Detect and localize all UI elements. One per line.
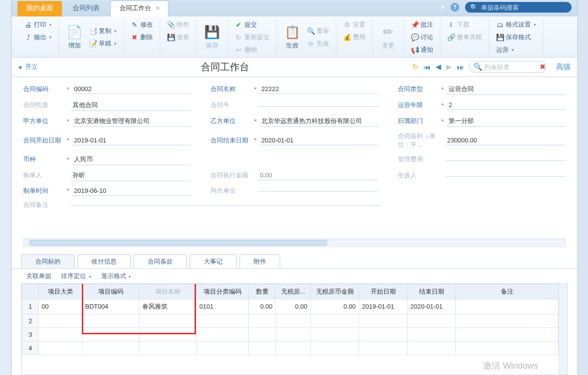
first-icon[interactable]: ⏮ bbox=[423, 63, 431, 71]
cell-class-code[interactable]: 0101 bbox=[196, 299, 249, 314]
grid-tool-row: 关联单据 排序定位 ▾ 显示格式 ▾ bbox=[12, 268, 577, 283]
sort-button[interactable]: 排序定位 ▾ bbox=[61, 272, 91, 281]
last-icon[interactable]: ⏭ bbox=[457, 63, 464, 71]
ribbon-toolbar: 🖨打印▾ ⤴输出▾ 📄增加 📑复制▾ 📝草稿▾ ✎修改 ✖删除 📎附件 💾放弃 … bbox=[12, 16, 577, 58]
advanced-link[interactable]: 高级 bbox=[556, 62, 571, 72]
party-b-value[interactable]: 北京华远意通热力科技股份有限公司 bbox=[259, 116, 378, 127]
discard-button: 💾放弃 bbox=[165, 32, 191, 43]
contract-no-label: 合同号 bbox=[211, 101, 251, 109]
tab-events[interactable]: 大事记 bbox=[190, 254, 237, 268]
save-button: 💾保存 bbox=[201, 23, 223, 52]
ops-button[interactable]: 运营▾ bbox=[494, 45, 538, 55]
paperclip-icon: 📎 bbox=[167, 21, 175, 29]
remark-label: 合同备注 bbox=[23, 201, 64, 209]
cell-qty[interactable]: 0.00 bbox=[249, 299, 276, 314]
contract-type-value[interactable]: 运营合同 bbox=[447, 84, 566, 95]
delete-icon: ✖ bbox=[131, 33, 138, 41]
creator-label: 制单人 bbox=[23, 171, 64, 180]
left-sidebar-stub bbox=[0, 0, 12, 375]
party-a-value[interactable]: 北京安港物业管理有限公司 bbox=[72, 116, 191, 127]
save-icon: 💾 bbox=[204, 25, 220, 40]
barcode-search[interactable]: 🔍 bbox=[465, 2, 572, 13]
delete-button[interactable]: ✖删除 bbox=[129, 32, 155, 43]
grid-v-scrollbar[interactable] bbox=[558, 284, 567, 375]
col-category[interactable]: 项目大类 bbox=[39, 284, 82, 299]
tab-desktop[interactable]: 我的桌面 bbox=[17, 1, 62, 16]
grid-row[interactable]: 3 bbox=[22, 328, 558, 341]
create-time-label: 制单时间 bbox=[23, 187, 64, 195]
contract-code-value[interactable]: 00002 bbox=[72, 84, 191, 94]
remark-value[interactable] bbox=[71, 203, 380, 206]
submit-button[interactable]: ✔提交 bbox=[233, 19, 271, 30]
col-project-code[interactable]: 项目编码 bbox=[82, 284, 139, 299]
tab-label: 合同工作台 bbox=[120, 4, 151, 12]
tab-contract-list[interactable]: 合同列表 bbox=[64, 1, 108, 16]
add-button[interactable]: 📄增加 bbox=[64, 23, 85, 52]
end-date-label: 合同结束日期 bbox=[211, 136, 251, 145]
tab-close-icon[interactable]: × bbox=[156, 4, 160, 12]
mgmt-fee-value[interactable] bbox=[445, 158, 566, 161]
cell-notax-amt[interactable]: 0.00 bbox=[311, 299, 359, 314]
area-value[interactable]: 230000.00 bbox=[445, 136, 566, 145]
grid-row[interactable]: 4 bbox=[22, 341, 558, 355]
saveformat-button[interactable]: 💾保存格式 bbox=[494, 32, 538, 43]
col-start-date[interactable]: 开始日期 bbox=[359, 284, 407, 299]
refresh-icon[interactable]: ↻ bbox=[412, 62, 419, 71]
notify-button[interactable]: 📢通知 bbox=[409, 45, 435, 55]
list-search-input[interactable] bbox=[484, 63, 538, 71]
dropdown-caret-icon[interactable]: ▾ bbox=[441, 4, 445, 11]
grid-row[interactable]: 1 00 BDT004 春风雅筑 0101 0.00 0.00 0.00 201… bbox=[22, 299, 558, 314]
grid-row[interactable]: 2 bbox=[22, 314, 558, 328]
tab-contract-subject[interactable]: 合同标的 bbox=[21, 254, 75, 268]
cell-project-name[interactable]: 春风雅筑 bbox=[139, 299, 196, 314]
end-date-value[interactable]: 2020-01-01 bbox=[259, 136, 378, 145]
col-project-name[interactable]: 项目名称 bbox=[139, 284, 196, 299]
cell-category[interactable]: 00 bbox=[39, 299, 82, 314]
cell-start-date[interactable]: 2019-01-01 bbox=[359, 299, 407, 314]
barcode-search-input[interactable] bbox=[481, 4, 558, 11]
col-end-date[interactable]: 结束日期 bbox=[407, 284, 456, 299]
cell-end-date[interactable]: 2020-01-01 bbox=[407, 299, 456, 314]
col-remark[interactable]: 备注 bbox=[456, 284, 558, 299]
export-button[interactable]: ⤴输出▾ bbox=[22, 32, 54, 43]
col-notax[interactable]: 无税原... bbox=[276, 284, 311, 299]
tab-contract-terms[interactable]: 合同条款 bbox=[134, 254, 187, 268]
format-button[interactable]: 🗂格式设置▾ bbox=[494, 19, 538, 30]
tab-contract-workbench[interactable]: 合同工作台 × bbox=[110, 0, 168, 16]
cell-notax[interactable]: 0.00 bbox=[276, 299, 311, 314]
discard-icon: 💾 bbox=[167, 33, 175, 41]
draft-button[interactable]: 📝草稿▾ bbox=[87, 38, 119, 49]
copy-button[interactable]: 📑复制▾ bbox=[87, 26, 119, 36]
discuss-button[interactable]: 💬讨论 bbox=[409, 32, 435, 43]
col-class-code[interactable]: 项目分类编码 bbox=[196, 284, 249, 299]
col-qty[interactable]: 数量 bbox=[249, 284, 276, 299]
printer-icon: 🖨 bbox=[24, 21, 32, 29]
contract-nature-value[interactable]: 其他合同 bbox=[71, 100, 191, 111]
next-icon[interactable]: ▶ bbox=[446, 62, 452, 71]
contract-no-value[interactable] bbox=[258, 104, 378, 107]
edit-button[interactable]: ✎修改 bbox=[129, 19, 155, 30]
op-years-value[interactable]: 2 bbox=[447, 100, 566, 110]
help-icon[interactable]: ? bbox=[451, 3, 459, 12]
cell-remark[interactable] bbox=[456, 299, 558, 314]
change-button: ✏变更 bbox=[377, 23, 399, 52]
effect-button[interactable]: 📋生效 bbox=[282, 23, 303, 52]
tab-payment-info[interactable]: 收付信息 bbox=[77, 254, 131, 268]
cell-project-code[interactable]: BDT004 bbox=[82, 299, 139, 314]
form-h-scrollbar[interactable] bbox=[23, 238, 566, 247]
contract-name-value[interactable]: 22222 bbox=[259, 84, 378, 94]
related-docs-button[interactable]: 关联单据 bbox=[26, 272, 51, 281]
currency-value[interactable]: 人民币 bbox=[72, 154, 191, 165]
prev-icon[interactable]: ◀ bbox=[436, 62, 441, 71]
attach-button: 📎附件 bbox=[165, 19, 191, 30]
party-c-value[interactable] bbox=[258, 189, 378, 192]
tab-attachments[interactable]: 附件 bbox=[240, 254, 280, 268]
batch-button[interactable]: 📌批注 bbox=[409, 19, 435, 30]
print-button[interactable]: 🖨打印▾ bbox=[22, 19, 54, 30]
col-notax-amt[interactable]: 无税原币金额 bbox=[311, 284, 359, 299]
list-search[interactable]: 🔍 ✖ bbox=[469, 61, 546, 73]
display-format-button[interactable]: 显示格式 ▾ bbox=[101, 272, 132, 281]
clear-icon[interactable]: ✖ bbox=[540, 62, 546, 71]
dept-value[interactable]: 第一分部 bbox=[447, 116, 566, 127]
start-date-value[interactable]: 2019-01-01 bbox=[72, 136, 191, 145]
